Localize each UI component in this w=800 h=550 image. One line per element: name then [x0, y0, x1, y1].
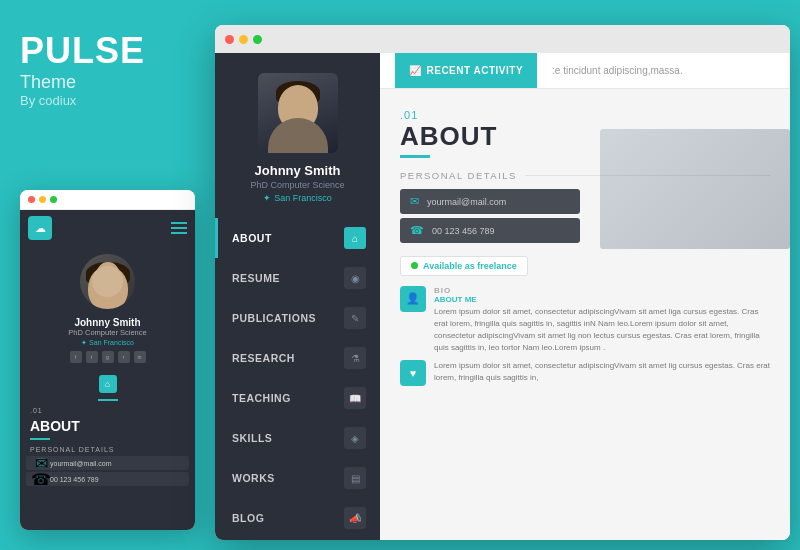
email-card-text: yourmail@mail.com [427, 197, 506, 207]
app-byline: By codiux [20, 93, 145, 108]
mobile-avatar [80, 254, 135, 309]
bio-heart-icon: ♥ [400, 360, 426, 386]
phone-card: ☎ 00 123 456 789 [400, 218, 580, 243]
browser-dot-red [225, 35, 234, 44]
branding-block: PULSE Theme By codiux [20, 30, 145, 108]
sidebar-item-research[interactable]: RESEARCH ⚗ [215, 338, 380, 378]
nav-label-resume: RESUME [232, 272, 280, 284]
mobile-section-number: .01 [20, 405, 195, 416]
freelance-text: Available as freelance [423, 261, 517, 271]
mobile-section-title: ABOUT [20, 416, 195, 436]
bio-person-icon: 👤 [400, 286, 426, 312]
contact-cards: ✉ yourmail@mail.com ☎ 00 123 456 789 [400, 189, 770, 243]
main-content: 📈 RECENT ACTIVITY :e tincidunt adipiscin… [380, 53, 790, 540]
browser-window: Johnny Smith PhD Computer Science ✦ San … [215, 25, 790, 540]
mobile-profile-degree: PhD Computer Science [20, 328, 195, 337]
sidebar-item-skills[interactable]: SKILLS ◈ [215, 418, 380, 458]
sidebar-item-resume[interactable]: RESUME ◉ [215, 258, 380, 298]
sidebar-item-teaching[interactable]: TEACHING 📖 [215, 378, 380, 418]
sidebar-nav: ABOUT ⌂ RESUME ◉ PUBLICATIONS ✎ RESEARCH… [215, 218, 380, 540]
sidebar-profile-degree: PhD Computer Science [250, 180, 344, 190]
sidebar-profile-name: Johnny Smith [255, 163, 341, 178]
nav-label-publications: PUBLICATIONS [232, 312, 316, 324]
mobile-phone-icon: ☎ [36, 474, 46, 484]
mobile-nav-bar: ☁ [20, 210, 195, 246]
bio-section: 👤 BIO ABOUT ME Lorem ipsum dolor sit ame… [400, 286, 770, 386]
nav-label-blog: BLOG [232, 512, 264, 524]
mobile-dot-yellow [39, 196, 46, 203]
nav-icon-works: ▤ [344, 467, 366, 489]
browser-dot-yellow [239, 35, 248, 44]
phone-card-icon: ☎ [410, 224, 424, 237]
nav-icon-resume: ◉ [344, 267, 366, 289]
mobile-titlebar [20, 190, 195, 210]
activity-chart-icon: 📈 [409, 65, 422, 76]
mobile-facebook-icon: f [70, 351, 82, 363]
activity-preview-text: :e tincidunt adipiscing,massa. [552, 65, 683, 76]
mobile-email-icon: ✉ [36, 458, 46, 468]
mobile-underline [30, 438, 50, 440]
browser-dot-green [253, 35, 262, 44]
nav-icon-about: ⌂ [344, 227, 366, 249]
freelance-status-dot [411, 262, 418, 269]
mobile-profile-name: Johnny Smith [20, 317, 195, 328]
nav-label-research: RESEARCH [232, 352, 295, 364]
browser-body: Johnny Smith PhD Computer Science ✦ San … [215, 53, 790, 540]
mobile-profile-location: ✦ San Francisco [20, 339, 195, 347]
mobile-email-text: yourmail@mail.com [50, 460, 112, 467]
nav-icon-skills: ◈ [344, 427, 366, 449]
profile-avatar [258, 73, 338, 153]
contact-area: ✉ yourmail@mail.com ☎ 00 123 456 789 [400, 189, 770, 243]
content-body: .01 ABOUT PERSONAL DETAILS ✉ yourmail@ma… [380, 89, 790, 540]
mobile-home-icon: ⌂ [20, 375, 195, 393]
email-card: ✉ yourmail@mail.com [400, 189, 580, 214]
nav-icon-blog: 📣 [344, 507, 366, 529]
sidebar-item-publications[interactable]: PUBLICATIONS ✎ [215, 298, 380, 338]
mobile-cloud-icon: ☁ [28, 216, 52, 240]
nav-label-skills: SKILLS [232, 432, 272, 444]
mobile-twitter-icon: t [86, 351, 98, 363]
location-pin-icon: ✦ [263, 193, 271, 203]
mobile-divider [98, 399, 118, 401]
bio-content-2: Lorem ipsum dolor sit amet, consectetur … [434, 360, 770, 384]
mobile-phone-text: 00 123 456 789 [50, 476, 99, 483]
mobile-dot-green [50, 196, 57, 203]
nav-label-works: WORKS [232, 472, 275, 484]
app-title: PULSE [20, 30, 145, 72]
sidebar-item-works[interactable]: WORKS ▤ [215, 458, 380, 498]
bio-para1: Lorem ipsum dolor sit amet, consectetur … [434, 306, 770, 354]
section-divider [400, 155, 430, 158]
nav-label-teaching: TEACHING [232, 392, 291, 404]
bio-row-1: 👤 BIO ABOUT ME Lorem ipsum dolor sit ame… [400, 286, 770, 354]
nav-label-about: ABOUT [232, 232, 272, 244]
recent-activity-label: RECENT ACTIVITY [427, 65, 524, 76]
mobile-preview: ☁ Johnny Smith PhD Computer Science ✦ Sa… [20, 190, 195, 530]
nav-icon-publications: ✎ [344, 307, 366, 329]
browser-titlebar [215, 25, 790, 53]
sidebar-profile: Johnny Smith PhD Computer Science ✦ San … [215, 53, 380, 213]
mobile-phone-row: ☎ 00 123 456 789 [26, 472, 189, 486]
nav-icon-research: ⚗ [344, 347, 366, 369]
mobile-content: ☁ Johnny Smith PhD Computer Science ✦ Sa… [20, 210, 195, 530]
content-topbar: 📈 RECENT ACTIVITY :e tincidunt adipiscin… [380, 53, 790, 89]
phone-card-text: 00 123 456 789 [432, 226, 495, 236]
mobile-social-icons: f t g r in [20, 351, 195, 363]
sidebar-profile-location: ✦ San Francisco [263, 193, 332, 203]
sidebar-item-about[interactable]: ABOUT ⌂ [215, 218, 380, 258]
mobile-rss-icon: r [118, 351, 130, 363]
bio-content: BIO ABOUT ME Lorem ipsum dolor sit amet,… [434, 286, 770, 354]
bio-label: BIO [434, 286, 770, 295]
nav-icon-teaching: 📖 [344, 387, 366, 409]
mobile-linkedin-icon: in [134, 351, 146, 363]
section-number: .01 [400, 109, 770, 121]
email-card-icon: ✉ [410, 195, 419, 208]
bio-para2: Lorem ipsum dolor sit amet, consectetur … [434, 360, 770, 384]
sidebar: Johnny Smith PhD Computer Science ✦ San … [215, 53, 380, 540]
mobile-google-icon: g [102, 351, 114, 363]
bio-row-2: ♥ Lorem ipsum dolor sit amet, consectetu… [400, 360, 770, 386]
mobile-hamburger-icon [171, 222, 187, 234]
recent-activity-tab[interactable]: 📈 RECENT ACTIVITY [395, 53, 537, 88]
sidebar-item-contact[interactable]: CONTACT ✈ [215, 538, 380, 540]
freelance-badge: Available as freelance [400, 256, 528, 276]
sidebar-item-blog[interactable]: BLOG 📣 [215, 498, 380, 538]
